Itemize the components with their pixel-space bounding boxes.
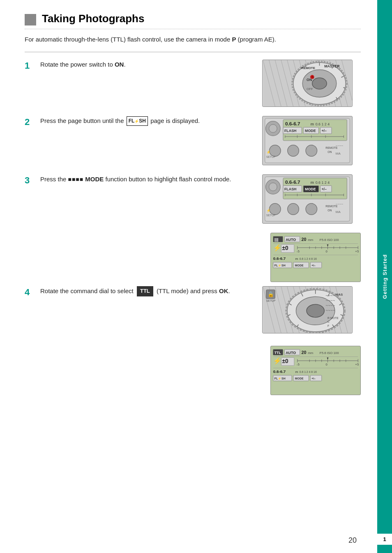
lcd-diagram-4: |||| AUTO 20 mm F5.6 ISO 100 ⚡ ±0	[270, 233, 361, 282]
svg-text:MA: MA	[336, 210, 341, 214]
svg-point-142	[307, 304, 324, 317]
step-3-row: 3 Press the ■■■■ MODE function button to…	[25, 174, 361, 224]
step-1-image: REMOTE MASTER ON OFF	[262, 60, 361, 107]
svg-text:⚡: ⚡	[266, 150, 271, 155]
mode-word: MODE	[85, 176, 104, 183]
svg-point-78	[270, 203, 281, 215]
svg-text:FL⚡SH: FL⚡SH	[274, 263, 286, 267]
svg-text:FL⚡SH: FL⚡SH	[274, 376, 286, 380]
intro-paragraph: For automatic through-the-lens (TTL) fla…	[25, 35, 361, 44]
svg-text:F: F	[327, 324, 329, 327]
svg-text:+5: +5	[355, 363, 359, 366]
page-number: 20	[348, 536, 357, 545]
step-2-text: Press the page button until the FL⚡SH pa…	[40, 116, 256, 126]
svg-text:±0: ±0	[282, 358, 288, 364]
step-1-bold: ON	[115, 61, 124, 68]
svg-text:~~~~: ~~~~	[325, 298, 335, 303]
command-dial-diagram: 🔒 SETUP ~~~~ ~~~~ ~~~~ ~~~~ R	[262, 286, 353, 333]
svg-text:+5: +5	[355, 250, 359, 253]
svg-text:~~~~: ~~~~	[336, 202, 344, 206]
svg-point-49	[269, 124, 277, 132]
svg-text:F5.6 ISO 100: F5.6 ISO 100	[320, 238, 339, 241]
step-1: 1 Rotate the power switch to ON.	[25, 60, 256, 71]
section-color-block	[25, 14, 36, 25]
lcd-diagram-5-container: TTL AUTO 20 mm F5.6 ISO 100 ⚡ ±0	[25, 346, 361, 395]
svg-text:ON: ON	[327, 208, 332, 211]
step-4-text2: (TTL mode) and press	[155, 287, 219, 294]
svg-text:mm: mm	[308, 238, 314, 241]
svg-text:⚡: ⚡	[273, 244, 281, 252]
svg-text:C: C	[327, 320, 330, 323]
svg-text:R MOTE: R MOTE	[327, 316, 339, 319]
svg-marker-108	[327, 244, 329, 246]
step-3-left: 3 Press the ■■■■ MODE function button to…	[25, 174, 256, 196]
svg-text:m: m	[311, 180, 314, 184]
svg-point-79	[288, 203, 299, 215]
svg-point-30	[310, 75, 314, 79]
lcd-diagram-4-container: |||| AUTO 20 mm F5.6 ISO 100 ⚡ ±0	[25, 233, 361, 282]
svg-text:⚡: ⚡	[266, 208, 271, 213]
svg-text:0.6-6.7: 0.6-6.7	[285, 120, 300, 126]
intro-text-main: For automatic through-the-lens (TTL) fla…	[25, 36, 232, 43]
step-1-number: 1	[25, 60, 36, 71]
svg-text:MODE: MODE	[295, 264, 304, 266]
svg-text:+/–: +/–	[321, 129, 327, 133]
step-4-left: 4 Rotate the command dial to select TTL …	[25, 286, 256, 308]
step-4-content: Rotate the command dial to select TTL (T…	[40, 286, 256, 296]
step-4: 4 Rotate the command dial to select TTL …	[25, 286, 256, 298]
svg-text:0: 0	[326, 250, 328, 253]
svg-text:TTL: TTL	[274, 350, 281, 354]
step-3-text-main: Press the	[40, 176, 68, 183]
svg-text:0.6  1   2   4: 0.6 1 2 4	[316, 122, 330, 126]
svg-text:20: 20	[302, 236, 307, 241]
svg-text:~~~~: ~~~~	[336, 143, 344, 147]
svg-text:m: m	[295, 257, 298, 260]
svg-text:MAS: MAS	[336, 292, 343, 296]
svg-text:mm: mm	[308, 351, 314, 354]
intro-suffix: (program AE).	[236, 36, 276, 43]
svg-text:±0: ±0	[282, 245, 288, 251]
step-4-image: 🔒 SETUP ~~~~ ~~~~ ~~~~ ~~~~ R	[262, 286, 361, 337]
svg-text:-5: -5	[297, 250, 300, 253]
svg-text:SETUP: SETUP	[266, 214, 276, 217]
step-1-content: Rotate the power switch to ON.	[40, 60, 256, 69]
step-4-number: 4	[25, 287, 36, 298]
svg-text:0.6  1   2   4   8   16: 0.6 1 2 4 8 16	[300, 257, 317, 260]
svg-text:+/–: +/–	[311, 377, 316, 379]
svg-point-51	[288, 145, 299, 156]
page-title: Taking Photographs	[42, 12, 144, 25]
svg-text:m: m	[311, 121, 314, 126]
svg-point-80	[306, 203, 317, 215]
step-2-content: Press the page button until the FL⚡SH pa…	[40, 116, 256, 126]
step-2-left: 2 Press the page button until the FL⚡SH …	[25, 116, 256, 137]
ttl-badge: TTL	[137, 286, 153, 296]
svg-text:0.6-6.7: 0.6-6.7	[285, 179, 300, 185]
svg-text:SETUP: SETUP	[266, 155, 276, 158]
svg-text:FLASH: FLASH	[284, 187, 296, 191]
svg-text:⚡: ⚡	[273, 357, 281, 365]
step-4-text: Rotate the command dial to select TTL (T…	[40, 286, 256, 296]
svg-text:+/–: +/–	[321, 187, 327, 191]
mode-label: ■■■■	[68, 176, 84, 185]
svg-text:+/–: +/–	[311, 264, 316, 266]
step-1-text: Rotate the power switch to ON.	[40, 60, 256, 69]
step-3-text2: function button to highlight flash contr…	[104, 176, 231, 183]
step-4-text-main: Rotate the command dial to select	[40, 287, 135, 294]
step-2-image: 0.6-6.7 m 0.6 1 2 4 FLASH MODE +/–	[262, 116, 361, 165]
main-content: Taking Photographs For automatic through…	[0, 0, 377, 553]
svg-point-77	[269, 183, 277, 191]
svg-text:F5.6 ISO 100: F5.6 ISO 100	[320, 351, 339, 354]
svg-text:MASTER: MASTER	[324, 64, 340, 68]
side-tab-label: Getting Started	[382, 254, 388, 299]
intro-mode: P	[232, 36, 236, 43]
svg-text:20: 20	[302, 349, 307, 354]
svg-point-50	[270, 145, 281, 156]
svg-text:~~~~: ~~~~	[325, 308, 335, 312]
flash-display-diagram-2: 0.6-6.7 m 0.6 1 2 4 FLASH MODE +/–	[262, 116, 353, 165]
step-2-row: 2 Press the page button until the FL⚡SH …	[25, 116, 361, 165]
svg-text:~~~~: ~~~~	[325, 293, 335, 297]
svg-text:||||: ||||	[274, 237, 279, 241]
svg-text:OFF: OFF	[307, 87, 313, 90]
svg-text:SETUP: SETUP	[266, 299, 276, 302]
lcd-diagram-5-ttl: TTL AUTO 20 mm F5.6 ISO 100 ⚡ ±0	[270, 346, 361, 395]
